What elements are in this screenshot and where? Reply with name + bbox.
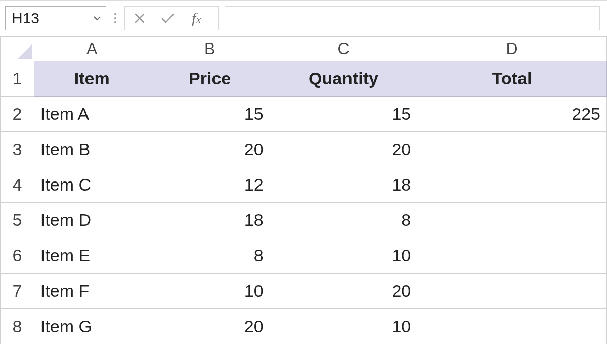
cell-B7[interactable]: 10 xyxy=(150,274,270,309)
cell-B6[interactable]: 8 xyxy=(150,238,270,274)
name-box[interactable]: H13 xyxy=(5,6,106,30)
enter-formula-button[interactable] xyxy=(158,9,178,28)
row-header[interactable]: 6 xyxy=(1,238,34,274)
cell-D8[interactable] xyxy=(417,309,607,344)
cell-A6[interactable]: Item E xyxy=(34,238,150,274)
cell-B2[interactable]: 15 xyxy=(150,97,270,132)
cell-C3[interactable]: 20 xyxy=(270,132,417,167)
cell-C8[interactable]: 10 xyxy=(270,309,417,344)
cell-B8[interactable]: 20 xyxy=(150,309,270,344)
sheet-grid: A B C D 1 Item Price Quantity Total 2 It… xyxy=(0,36,607,344)
column-header[interactable]: C xyxy=(270,37,417,61)
row-header[interactable]: 8 xyxy=(1,309,34,344)
select-all-button[interactable] xyxy=(1,37,34,61)
insert-function-button[interactable]: fx xyxy=(187,9,206,28)
formula-bar-grip-icon xyxy=(112,13,118,23)
table-row: 8 Item G 20 10 xyxy=(1,309,607,344)
cell-D5[interactable] xyxy=(417,203,607,238)
cell-D6[interactable] xyxy=(417,238,607,274)
cell-C2[interactable]: 15 xyxy=(270,97,417,132)
cell-reference: H13 xyxy=(12,10,39,27)
cell-A4[interactable]: Item C xyxy=(34,167,150,203)
table-row: 3 Item B 20 20 xyxy=(1,132,607,167)
table-row: 7 Item F 10 20 xyxy=(1,274,607,309)
formula-bar-buttons: fx xyxy=(124,6,219,30)
fx-icon: fx xyxy=(192,10,201,27)
cell-C4[interactable]: 18 xyxy=(270,167,417,203)
cell-A3[interactable]: Item B xyxy=(34,132,150,167)
cell-D7[interactable] xyxy=(417,274,607,309)
cell-B5[interactable]: 18 xyxy=(150,203,270,238)
cancel-formula-button[interactable] xyxy=(130,9,149,28)
cell-A2[interactable]: Item A xyxy=(34,97,150,132)
worksheet[interactable]: A B C D 1 Item Price Quantity Total 2 It… xyxy=(0,36,607,364)
cell-B3[interactable]: 20 xyxy=(150,132,270,167)
row-header[interactable]: 2 xyxy=(1,97,34,132)
name-box-dropdown-icon[interactable] xyxy=(93,14,102,23)
row-header[interactable]: 1 xyxy=(1,61,34,97)
table-row: 4 Item C 12 18 xyxy=(1,167,607,203)
column-header[interactable]: A xyxy=(34,37,150,61)
table-header-row: 1 Item Price Quantity Total xyxy=(1,61,607,97)
cell-D2[interactable]: 225 xyxy=(417,97,607,132)
table-row: 2 Item A 15 15 225 xyxy=(1,97,607,132)
row-header[interactable]: 5 xyxy=(1,203,34,238)
cell-A7[interactable]: Item F xyxy=(34,274,150,309)
cell-B4[interactable]: 12 xyxy=(150,167,270,203)
cell-A1[interactable]: Item xyxy=(34,61,150,97)
cell-B1[interactable]: Price xyxy=(150,61,270,97)
cell-A5[interactable]: Item D xyxy=(34,203,150,238)
cell-C5[interactable]: 8 xyxy=(270,203,417,238)
cell-D3[interactable] xyxy=(417,132,607,167)
row-header[interactable]: 4 xyxy=(1,167,34,203)
table-row: 6 Item E 8 10 xyxy=(1,238,607,274)
cell-C1[interactable]: Quantity xyxy=(270,61,417,97)
formula-bar: H13 fx xyxy=(0,0,607,36)
cell-D4[interactable] xyxy=(417,167,607,203)
cell-D1[interactable]: Total xyxy=(417,61,607,97)
formula-input[interactable] xyxy=(225,6,600,30)
row-header[interactable]: 7 xyxy=(1,274,34,309)
column-header[interactable]: D xyxy=(417,37,607,61)
column-header-row: A B C D xyxy=(1,37,607,61)
cell-A8[interactable]: Item G xyxy=(34,309,150,344)
cell-C7[interactable]: 20 xyxy=(270,274,417,309)
row-header[interactable]: 3 xyxy=(1,132,34,167)
cell-C6[interactable]: 10 xyxy=(270,238,417,274)
column-header[interactable]: B xyxy=(150,37,270,61)
table-row: 5 Item D 18 8 xyxy=(1,203,607,238)
